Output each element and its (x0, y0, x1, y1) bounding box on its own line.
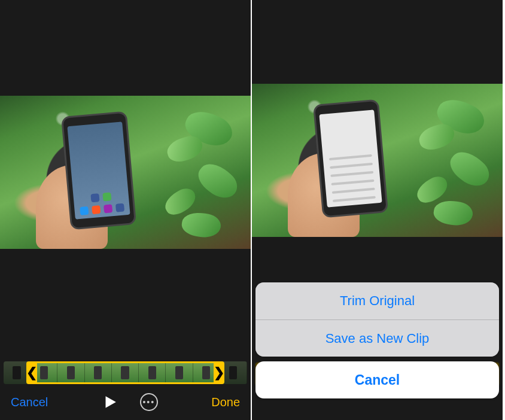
phone-in-video (61, 111, 136, 230)
cancel-label: Cancel (11, 395, 48, 409)
chevron-left-icon: ❮ (26, 365, 37, 381)
foliage-decoration (432, 198, 474, 229)
trim-handle-end[interactable]: ❯ (214, 361, 224, 384)
video-preview[interactable] (0, 96, 251, 249)
toolbar-center: ••• (102, 393, 158, 411)
save-as-new-clip-option[interactable]: Save as New Clip (255, 319, 499, 357)
trim-handle-start[interactable]: ❮ (26, 361, 37, 384)
trim-save-sheet-screen: Trim Original Save as New Clip Cancel (252, 0, 504, 420)
done-label: Done (211, 395, 240, 409)
cancel-button[interactable]: Cancel (11, 395, 48, 409)
cancel-label: Cancel (355, 372, 400, 388)
foliage-decoration (193, 157, 243, 205)
editor-toolbar: Cancel ••• Done (0, 389, 251, 415)
video-preview (252, 84, 503, 237)
trim-original-option[interactable]: Trim Original (255, 282, 499, 319)
phone-in-video (313, 99, 388, 218)
play-button[interactable] (102, 394, 117, 410)
more-button[interactable]: ••• (140, 393, 158, 411)
cancel-button[interactable]: Cancel (255, 361, 499, 398)
action-sheet-options: Trim Original Save as New Clip (255, 282, 499, 357)
timeline-frame[interactable] (85, 361, 112, 384)
trim-editor-screen: ❮ ❯ Cancel ••• Done (0, 0, 252, 420)
timeline-frame[interactable] (57, 361, 84, 384)
timeline-frame[interactable] (139, 361, 166, 384)
foliage-decoration (445, 145, 495, 193)
option-label: Trim Original (340, 293, 415, 309)
trim-timeline[interactable]: ❮ ❯ (0, 360, 251, 385)
done-button[interactable]: Done (211, 395, 240, 409)
timeline-frame[interactable] (112, 361, 139, 384)
action-sheet: Trim Original Save as New Clip Cancel (252, 282, 503, 420)
timeline-frame[interactable] (166, 361, 193, 384)
foliage-decoration (180, 210, 223, 241)
chevron-right-icon: ❯ (214, 365, 224, 381)
option-label: Save as New Clip (325, 331, 430, 346)
timeline-frames[interactable]: ❮ ❯ (4, 361, 247, 384)
